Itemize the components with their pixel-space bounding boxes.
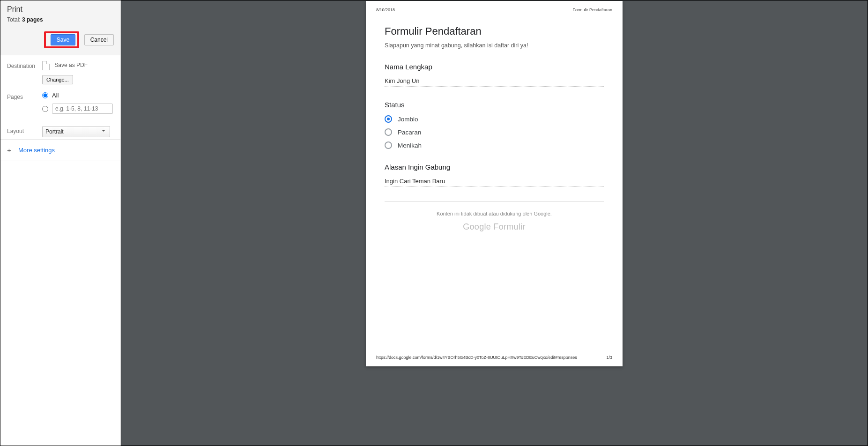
radio-selected-icon — [385, 115, 392, 123]
pages-label: Pages — [7, 92, 42, 100]
change-destination-button[interactable]: Change... — [42, 75, 73, 84]
destination-section: Destination Save as PDF Change... — [0, 55, 120, 86]
page-header: 8/10/2018 Formulir Pendaftaran — [366, 1, 623, 12]
footer-page-number: 1/3 — [606, 355, 612, 360]
pages-all-radio[interactable] — [42, 92, 48, 98]
preview-page: 8/10/2018 Formulir Pendaftaran Formulir … — [366, 1, 623, 366]
print-panel: Print Total: 3 pages Save Cancel Destina… — [0, 0, 121, 446]
google-note: Konten ini tidak dibuat atau didukung ol… — [385, 211, 604, 216]
pdf-file-icon — [42, 61, 50, 70]
google-forms-logo: Google Formulir — [385, 222, 604, 232]
radio-icon — [385, 128, 392, 136]
total-pages: Total: 3 pages — [7, 16, 114, 23]
page-date: 8/10/2018 — [376, 7, 395, 12]
status-option: Pacaran — [385, 128, 604, 136]
panel-title: Print — [7, 5, 114, 14]
save-highlight: Save — [44, 31, 79, 48]
form-title: Formulir Pendaftaran — [385, 25, 604, 37]
page-body: Formulir Pendaftaran Siapapun yang minat… — [366, 12, 623, 232]
page-doc-title: Formulir Pendaftaran — [572, 7, 612, 12]
preview-stage[interactable]: 8/10/2018 Formulir Pendaftaran Formulir … — [121, 0, 868, 446]
layout-label: Layout — [7, 126, 42, 134]
page-footer: https://docs.google.com/forms/d/1w4YBOrh… — [376, 355, 612, 360]
pages-range-radio[interactable] — [42, 106, 48, 112]
radio-icon — [385, 141, 392, 149]
form-description: Siapapun yang minat gabung, silahkan isi… — [385, 42, 604, 49]
question-reason: Alasan Ingin Gabung Ingin Cari Teman Bar… — [385, 163, 604, 187]
status-option: Menikah — [385, 141, 604, 149]
status-option: Jomblo — [385, 115, 604, 123]
pages-section: Pages All — [0, 86, 120, 120]
divider — [0, 161, 120, 161]
plus-icon: + — [7, 146, 18, 154]
cancel-button[interactable]: Cancel — [84, 34, 114, 45]
layout-select[interactable]: Portrait — [42, 126, 110, 137]
panel-header: Print Total: 3 pages Save Cancel — [0, 0, 120, 55]
destination-value: Save as PDF — [42, 61, 114, 70]
footer-url: https://docs.google.com/forms/d/1w4YBOrh… — [376, 355, 577, 360]
pages-range-input[interactable] — [52, 104, 113, 114]
separator — [385, 201, 604, 201]
layout-section: Layout Portrait — [0, 120, 120, 139]
save-button[interactable]: Save — [51, 34, 75, 45]
question-name: Nama Lengkap Kim Jong Un — [385, 63, 604, 87]
destination-label: Destination — [7, 61, 42, 69]
pages-range-option[interactable] — [42, 104, 114, 114]
pages-all-option[interactable]: All — [42, 92, 114, 99]
question-status: Status Jomblo Pacaran Menikah — [385, 101, 604, 149]
button-row: Save Cancel — [7, 31, 114, 48]
more-settings-toggle[interactable]: + More settings — [0, 140, 120, 161]
